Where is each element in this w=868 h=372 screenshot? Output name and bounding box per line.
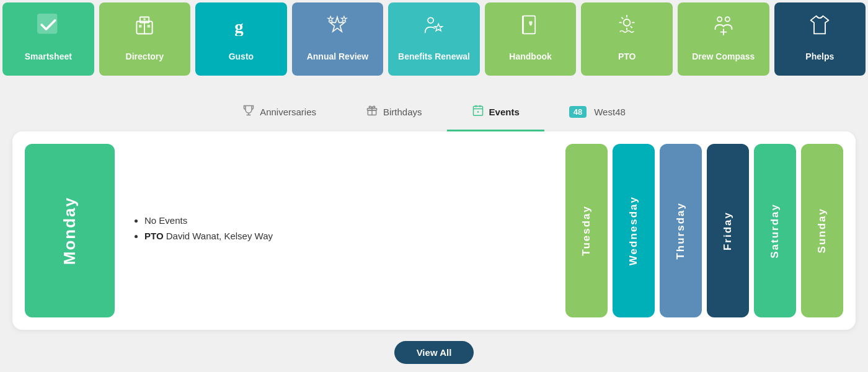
tab-west48[interactable]: 48 West48 [544,99,650,130]
tab-events-label: Events [489,107,520,117]
svg-point-11 [428,17,433,23]
events-panel: No Events PTO David Wanat, Kelsey Way [115,144,565,317]
nav-tile-phelps[interactable]: Phelps [774,2,866,76]
tab-west48-label: West48 [594,107,626,117]
nav-tile-pto-label: PTO [618,51,636,62]
checkmark-icon [37,14,60,46]
nav-tile-annual-review[interactable]: Annual Review [292,2,384,76]
west48-badge: 48 [569,106,587,118]
svg-rect-5 [148,25,151,28]
nav-tile-benefits-renewal[interactable]: Benefits Renewal [388,2,480,76]
person-star-icon [423,14,445,46]
book-heart-icon [520,14,542,46]
shirt-icon [808,14,831,46]
friday-label: Friday [722,211,734,250]
svg-rect-0 [37,14,57,33]
trophy-icon [242,104,255,120]
saturday-label: Saturday [769,203,781,259]
day-block-monday[interactable]: Monday [25,144,115,317]
svg-rect-28 [473,107,482,116]
svg-marker-10 [342,16,347,22]
nav-tile-annual-review-label: Annual Review [307,51,369,62]
svg-point-23 [725,17,729,21]
nav-tile-benefits-renewal-label: Benefits Renewal [398,51,470,62]
view-all-button[interactable]: View All [394,341,474,364]
tab-birthdays[interactable]: Birthdays [341,97,447,131]
other-days: Tuesday Wednesday Thursday Friday Saturd… [565,144,843,317]
stars-icon [326,14,348,46]
day-block-saturday[interactable]: Saturday [754,144,796,317]
nav-tile-gusto-label: Gusto [229,51,254,62]
nav-tile-directory-label: Directory [126,51,164,62]
sunday-label: Sunday [816,208,828,253]
day-block-friday[interactable]: Friday [707,144,749,317]
nav-tile-phelps-label: Phelps [805,51,834,62]
nav-tile-gusto[interactable]: g Gusto [195,2,287,76]
tab-birthdays-label: Birthdays [383,107,422,117]
svg-point-32 [477,111,479,113]
svg-line-20 [622,17,623,19]
nav-tile-handbook[interactable]: Handbook [485,2,577,76]
day-block-sunday[interactable]: Sunday [801,144,843,317]
wednesday-label: Wednesday [627,196,640,265]
tab-anniversaries-label: Anniversaries [260,107,316,117]
events-list: No Events PTO David Wanat, Kelsey Way [133,215,547,246]
day-block-thursday[interactable]: Thursday [660,144,702,317]
svg-point-22 [717,17,722,21]
svg-rect-13 [523,16,535,34]
tab-events[interactable]: Events [447,97,544,131]
day-block-tuesday[interactable]: Tuesday [565,144,608,317]
pto-people: David Wanat, Kelsey Way [166,231,273,241]
nav-tile-pto[interactable]: PTO [581,2,673,76]
sun-waves-icon [616,14,638,46]
view-all-row: View All [12,341,856,364]
svg-marker-12 [435,24,443,31]
g-letter-icon: g [230,14,252,46]
top-nav: Smartsheet Directory g Gusto [0,0,868,78]
calendar-event-icon [472,104,484,120]
nav-tile-directory[interactable]: Directory [99,2,191,76]
svg-text:g: g [234,17,244,36]
nav-tile-drew-compass[interactable]: Drew Compass [678,2,769,76]
calendar-card: Monday No Events PTO David Wanat, Kelsey… [12,131,856,330]
gift-icon [366,104,378,120]
thursday-label: Thursday [675,202,687,260]
day-block-wednesday[interactable]: Wednesday [613,144,655,317]
nav-tile-drew-compass-label: Drew Compass [692,51,755,62]
tabs-row: Anniversaries Birthdays [12,97,856,131]
svg-point-6 [144,18,146,20]
people-compass-icon [712,14,735,46]
no-events-item: No Events [144,215,547,226]
tuesday-label: Tuesday [580,205,593,256]
building-icon [133,14,156,46]
nav-tile-smartsheet[interactable]: Smartsheet [2,2,94,76]
svg-marker-9 [328,16,334,22]
monday-label: Monday [60,197,79,265]
svg-rect-4 [139,25,142,28]
pto-item: PTO David Wanat, Kelsey Way [144,231,547,241]
nav-tile-handbook-label: Handbook [509,51,551,62]
pto-label: PTO [144,231,164,241]
nav-tile-smartsheet-label: Smartsheet [25,51,72,62]
main-content: Anniversaries Birthdays [0,78,868,372]
svg-line-21 [631,27,632,28]
tab-anniversaries[interactable]: Anniversaries [218,97,341,131]
svg-point-15 [624,19,631,26]
